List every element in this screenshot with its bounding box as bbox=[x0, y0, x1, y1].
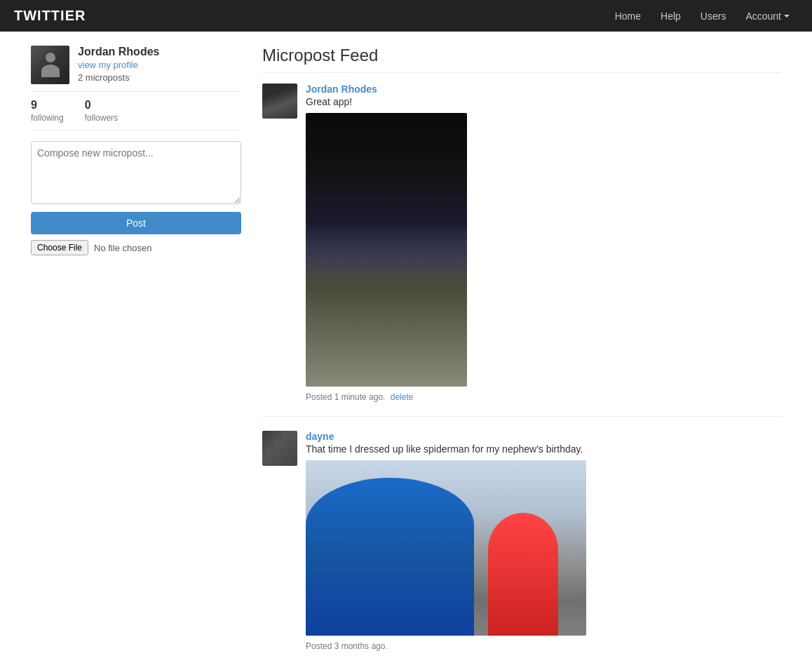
compose-area: Post Choose File No file chosen bbox=[31, 141, 241, 255]
avatar bbox=[262, 431, 297, 466]
post-button[interactable]: Post bbox=[31, 212, 241, 234]
following-stat: 9 following bbox=[31, 99, 64, 123]
file-input-row: Choose File No file chosen bbox=[31, 240, 241, 255]
post-text: That time I dressed up like spiderman fo… bbox=[306, 443, 781, 455]
nav-account-label: Account bbox=[745, 11, 781, 22]
post-meta: Posted 3 months ago. bbox=[306, 641, 781, 651]
nav-account-dropdown[interactable]: Account bbox=[737, 6, 798, 26]
avatar-image bbox=[262, 431, 297, 466]
post-image bbox=[306, 460, 586, 636]
feed: Micropost Feed Jordan Rhodes Great app! … bbox=[262, 46, 781, 663]
table-row: dayne That time I dressed up like spider… bbox=[262, 431, 781, 663]
followers-label: followers bbox=[85, 113, 118, 123]
profile-info: Jordan Rhodes view my profile 2 micropos… bbox=[78, 46, 241, 83]
post-author-link[interactable]: Jordan Rhodes bbox=[306, 83, 377, 95]
delete-link[interactable]: delete bbox=[391, 392, 414, 402]
main-container: Jordan Rhodes view my profile 2 micropos… bbox=[20, 32, 792, 663]
nav-users[interactable]: Users bbox=[692, 6, 735, 26]
table-row: Jordan Rhodes Great app! Posted 1 minute… bbox=[262, 83, 781, 417]
post-image bbox=[306, 113, 467, 387]
post-image-container bbox=[306, 113, 781, 387]
avatar-image bbox=[31, 46, 69, 84]
sidebar: Jordan Rhodes view my profile 2 micropos… bbox=[31, 46, 241, 663]
post-image-container bbox=[306, 460, 781, 636]
post-timestamp: Posted 3 months ago. bbox=[306, 641, 388, 651]
post-content: dayne That time I dressed up like spider… bbox=[306, 431, 781, 651]
feed-title: Micropost Feed bbox=[262, 46, 781, 73]
nav-help[interactable]: Help bbox=[652, 6, 689, 26]
stats-row: 9 following 0 followers bbox=[31, 91, 241, 130]
nav-links: Home Help Users Account bbox=[607, 6, 798, 26]
navbar: TWITTIER Home Help Users Account bbox=[0, 0, 812, 32]
avatar-image bbox=[262, 83, 297, 119]
following-label: following bbox=[31, 113, 64, 123]
avatar bbox=[31, 46, 69, 84]
post-meta: Posted 1 minute ago. delete bbox=[306, 392, 781, 402]
compose-textarea[interactable] bbox=[31, 141, 241, 204]
nav-home[interactable]: Home bbox=[607, 6, 649, 26]
avatar bbox=[262, 83, 297, 119]
avatar-silhouette bbox=[40, 53, 61, 77]
followers-count: 0 bbox=[85, 99, 118, 112]
post-author-link[interactable]: dayne bbox=[306, 431, 334, 442]
followers-stat: 0 followers bbox=[85, 99, 118, 123]
view-profile-link[interactable]: view my profile bbox=[78, 60, 241, 70]
post-content: Jordan Rhodes Great app! Posted 1 minute… bbox=[306, 83, 781, 402]
post-timestamp: Posted 1 minute ago. bbox=[306, 392, 385, 402]
post-text: Great app! bbox=[306, 96, 781, 107]
brand-logo[interactable]: TWITTIER bbox=[14, 8, 86, 24]
no-file-label: No file chosen bbox=[94, 243, 151, 253]
microposts-count: 2 microposts bbox=[78, 72, 130, 83]
profile-header: Jordan Rhodes view my profile 2 micropos… bbox=[31, 46, 241, 84]
profile-name: Jordan Rhodes bbox=[78, 46, 159, 58]
choose-file-button[interactable]: Choose File bbox=[31, 240, 88, 255]
chevron-down-icon bbox=[784, 15, 790, 18]
following-count: 9 bbox=[31, 99, 64, 112]
